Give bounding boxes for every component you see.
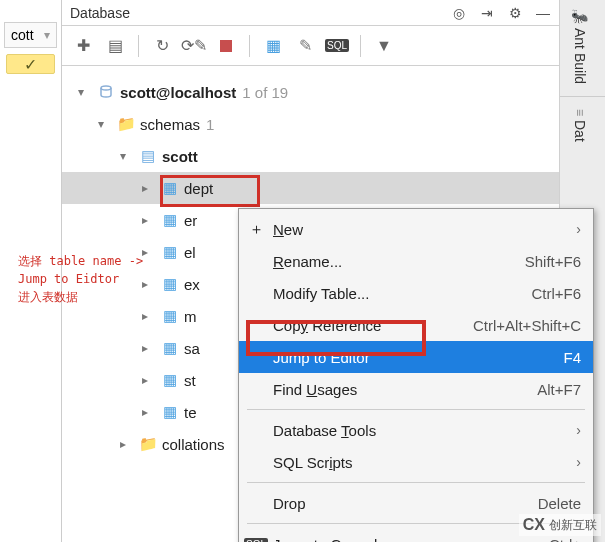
schemas-label: schemas	[140, 116, 200, 133]
scott-dropdown[interactable]: cott ▾	[4, 22, 57, 48]
table-icon: ▦	[160, 211, 180, 229]
menu-db-tools[interactable]: Database Tools ›	[239, 414, 593, 446]
menu-sql-scripts[interactable]: SQL Scripts ›	[239, 446, 593, 478]
shortcut: Shift+F6	[525, 253, 581, 270]
stop-icon	[220, 40, 232, 52]
toolbar-divider	[249, 35, 250, 57]
gear-icon[interactable]: ⚙	[507, 5, 523, 21]
menu-separator	[247, 409, 585, 410]
table-icon: ▦	[160, 371, 180, 389]
schemas-node[interactable]: ▾ 📁 schemas 1	[62, 108, 559, 140]
shortcut: Alt+F7	[537, 381, 581, 398]
table-button[interactable]: ▦	[262, 35, 284, 57]
chevron-right-icon[interactable]: ▸	[142, 373, 156, 387]
minimize-icon[interactable]: —	[535, 5, 551, 21]
chevron-right-icon[interactable]: ▸	[142, 213, 156, 227]
annotation-text: 选择 table name -> Jump to Eidtor 进入表数据	[18, 252, 143, 306]
submenu-icon: ›	[576, 454, 581, 470]
menu-label: New	[273, 221, 303, 238]
chevron-right-icon[interactable]: ▸	[142, 277, 156, 291]
tab-ant-build[interactable]: 🐜 Ant Build	[560, 0, 600, 92]
chevron-right-icon[interactable]: ▸	[142, 309, 156, 323]
table-icon: ▦	[160, 307, 180, 325]
ant-icon: 🐜	[572, 8, 588, 24]
table-label: m	[184, 308, 197, 325]
table-icon: ▦	[160, 275, 180, 293]
shortcut: Ctrl+F6	[531, 285, 581, 302]
menu-copyref[interactable]: Copy Reference Ctrl+Alt+Shift+C	[239, 309, 593, 341]
filter-button[interactable]: ▼	[373, 35, 395, 57]
tab-label: Ant Build	[572, 28, 588, 84]
table-icon: ▦	[160, 403, 180, 421]
folder-icon: 📁	[138, 435, 158, 453]
menu-label: Drop	[273, 495, 306, 512]
datasource-label: scott@localhost	[120, 84, 236, 101]
chevron-down-icon: ▾	[44, 28, 50, 42]
shortcut: Delete	[538, 495, 581, 512]
chevron-down-icon[interactable]: ▾	[98, 117, 112, 131]
chevron-right-icon[interactable]: ▸	[120, 437, 134, 451]
chevron-down-icon[interactable]: ▾	[78, 85, 92, 99]
database-icon: ≡	[573, 109, 587, 116]
menu-jump-editor[interactable]: Jump to Editor F4	[239, 341, 593, 373]
menu-label: SQL Scripts	[273, 454, 353, 471]
chevron-right-icon[interactable]: ▸	[142, 405, 156, 419]
panel-header: Database ◎ ⇥ ⚙ —	[62, 0, 559, 26]
target-icon[interactable]: ◎	[451, 5, 467, 21]
datasource-node[interactable]: ▾ scott@localhost 1 of 19	[62, 76, 559, 108]
logo-cx: CX	[523, 516, 545, 534]
tab-separator	[560, 96, 605, 97]
table-label: dept	[184, 180, 213, 197]
collations-label: collations	[162, 436, 225, 453]
menu-find-usages[interactable]: Find Usages Alt+F7	[239, 373, 593, 405]
menu-rename[interactable]: Rename... Shift+F6	[239, 245, 593, 277]
tab-label: Dat	[572, 120, 588, 142]
chevron-right-icon[interactable]: ▸	[142, 341, 156, 355]
chevron-right-icon[interactable]: ▸	[142, 181, 156, 195]
sync-button[interactable]: ⟳✎	[183, 35, 205, 57]
collapse-icon[interactable]: ⇥	[479, 5, 495, 21]
shortcut: Ctrl+	[549, 536, 581, 543]
table-icon: ▦	[160, 179, 180, 197]
table-icon: ▦	[160, 339, 180, 357]
datasource-count: 1 of 19	[242, 84, 288, 101]
context-menu: ＋ New › Rename... Shift+F6 Modify Table.…	[238, 208, 594, 542]
plus-icon: ＋	[247, 220, 265, 239]
add-button[interactable]: ✚	[72, 35, 94, 57]
sql-icon: SQL	[247, 538, 265, 543]
chevron-right-icon[interactable]: ▸	[142, 245, 156, 259]
edit-button[interactable]: ✎	[294, 35, 316, 57]
submenu-icon: ›	[576, 422, 581, 438]
schemas-count: 1	[206, 116, 214, 133]
table-dept[interactable]: ▸ ▦ dept	[62, 172, 559, 204]
datasource-button[interactable]: ▤	[104, 35, 126, 57]
table-label: el	[184, 244, 196, 261]
menu-new[interactable]: ＋ New ›	[239, 213, 593, 245]
menu-label: Copy Reference	[273, 317, 381, 334]
menu-label: Rename...	[273, 253, 342, 270]
yellow-indicator[interactable]: ✓	[6, 54, 55, 74]
menu-separator	[247, 482, 585, 483]
table-label: st	[184, 372, 196, 389]
table-label: ex	[184, 276, 200, 293]
watermark-logo: CX 创新互联	[519, 514, 601, 536]
sql-button[interactable]: SQL	[326, 35, 348, 57]
stop-button[interactable]	[215, 35, 237, 57]
menu-label: Jump to Editor	[273, 349, 370, 366]
db-node[interactable]: ▾ ▤ scott	[62, 140, 559, 172]
toolbar: ✚ ▤ ↻ ⟳✎ ▦ ✎ SQL ▼	[62, 26, 559, 66]
menu-modify[interactable]: Modify Table... Ctrl+F6	[239, 277, 593, 309]
folder-icon: 📁	[116, 115, 136, 133]
check-icon: ✓	[24, 55, 37, 74]
tab-database[interactable]: ≡ Dat	[560, 101, 600, 150]
refresh-button[interactable]: ↻	[151, 35, 173, 57]
dropdown-label: cott	[11, 27, 34, 43]
toolbar-divider	[360, 35, 361, 57]
menu-label: Database Tools	[273, 422, 376, 439]
panel-title: Database	[70, 5, 130, 21]
table-icon: ▦	[160, 243, 180, 261]
submenu-icon: ›	[576, 221, 581, 237]
menu-label: Find Usages	[273, 381, 357, 398]
menu-label: Modify Table...	[273, 285, 369, 302]
chevron-down-icon[interactable]: ▾	[120, 149, 134, 163]
